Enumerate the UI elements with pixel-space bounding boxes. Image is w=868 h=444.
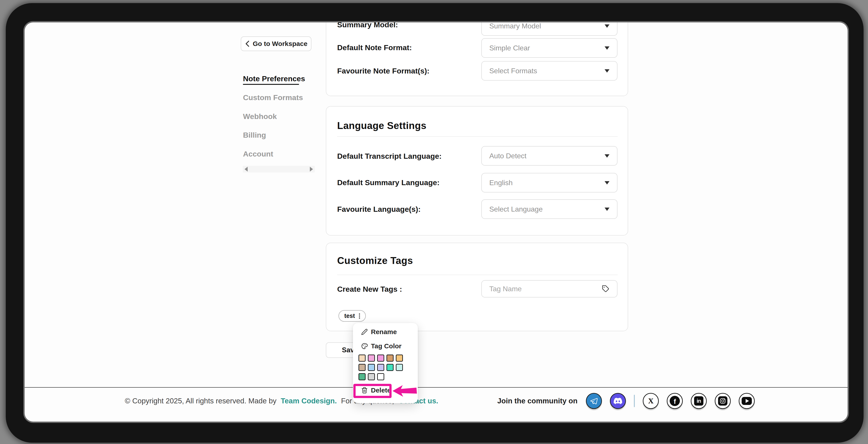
color-swatch[interactable]	[359, 354, 366, 362]
scroll-right-arrow-icon[interactable]	[310, 167, 313, 171]
rename-label: Rename	[371, 328, 397, 336]
color-swatch[interactable]	[368, 354, 375, 362]
sidebar-item-note-preferences[interactable]: Note Preferences	[243, 74, 305, 84]
note-preferences-card: Summary Model: Summary Model Default Not…	[326, 23, 628, 96]
divider	[337, 275, 618, 275]
tag-name: test	[344, 313, 355, 319]
tag-chip-test[interactable]: test	[339, 310, 366, 322]
summary-model-value: Summary Model	[489, 23, 604, 30]
default-transcript-language-label: Default Transcript Language:	[337, 152, 441, 160]
pencil-icon	[361, 328, 368, 336]
color-swatch[interactable]	[368, 373, 375, 380]
divider	[337, 136, 618, 137]
x-link[interactable]: X	[643, 393, 659, 409]
summary-model-label: Summary Model:	[337, 23, 398, 29]
linkedin-icon: in	[694, 396, 704, 406]
color-swatch[interactable]	[386, 354, 394, 362]
telegram-link[interactable]	[586, 393, 602, 409]
chevron-down-icon	[604, 208, 610, 211]
tag-color-menu-item[interactable]: Tag Color	[361, 342, 402, 350]
tag-color-swatches	[359, 354, 407, 380]
telegram-icon	[590, 397, 598, 405]
favourite-note-formats-dropdown[interactable]: Select Formats	[481, 61, 617, 81]
default-summary-language-value: English	[489, 179, 604, 187]
language-settings-title: Language Settings	[337, 120, 427, 131]
color-swatch[interactable]	[377, 354, 384, 362]
summary-model-dropdown[interactable]: Summary Model	[481, 23, 617, 36]
palette-icon	[361, 342, 368, 350]
default-note-format-value: Simple Clear	[489, 44, 604, 52]
linkedin-link[interactable]: in	[691, 393, 707, 409]
delete-label: Delete	[371, 386, 391, 394]
trash-icon	[361, 386, 368, 394]
chevron-down-icon	[604, 24, 610, 28]
default-note-format-dropdown[interactable]: Simple Clear	[481, 38, 617, 58]
favourite-note-formats-label: Favourite Note Format(s):	[337, 66, 430, 75]
default-summary-language-dropdown[interactable]: English	[481, 173, 617, 192]
instagram-link[interactable]	[715, 393, 731, 409]
sidebar-item-account[interactable]: Account	[243, 149, 273, 159]
footer-icon-divider	[634, 395, 635, 407]
tag-name-input[interactable]	[489, 285, 602, 293]
favourite-languages-dropdown[interactable]: Select Language	[481, 199, 617, 219]
facebook-link[interactable]: f	[667, 393, 683, 409]
youtube-icon	[742, 397, 752, 405]
facebook-icon: f	[670, 396, 680, 406]
settings-page: Go to Workspace Note Preferences Custom …	[25, 23, 847, 421]
desktop-background: Go to Workspace Note Preferences Custom …	[0, 0, 868, 444]
chevron-left-icon	[245, 40, 250, 47]
scroll-left-arrow-icon[interactable]	[245, 167, 248, 171]
language-settings-card: Language Settings Default Transcript Lan…	[326, 106, 628, 235]
tag-options-kebab-icon[interactable]	[358, 313, 361, 319]
tag-context-menu: Rename Tag Color	[353, 323, 418, 403]
chevron-down-icon	[604, 46, 610, 50]
color-swatch[interactable]	[396, 364, 403, 371]
copyright-text: © Copyright 2025, All rights reserved. M…	[125, 397, 277, 405]
favourite-note-formats-value: Select Formats	[489, 67, 604, 75]
chevron-down-icon	[604, 69, 610, 72]
youtube-link[interactable]	[739, 393, 755, 409]
chevron-down-icon	[604, 181, 610, 185]
color-swatch[interactable]	[386, 364, 394, 371]
color-swatch[interactable]	[396, 354, 403, 362]
favourite-languages-label: Favourite Language(s):	[337, 205, 421, 214]
sidebar-item-custom-formats[interactable]: Custom Formats	[243, 93, 303, 102]
footer-divider	[25, 387, 847, 388]
favourite-languages-value: Select Language	[489, 205, 604, 213]
create-new-tags-label: Create New Tags :	[337, 285, 402, 293]
customize-tags-card: Customize Tags Create New Tags : test	[326, 243, 628, 331]
default-transcript-language-dropdown[interactable]: Auto Detect	[481, 146, 617, 166]
instagram-icon	[718, 396, 727, 406]
chevron-down-icon	[604, 154, 610, 158]
default-note-format-label: Default Note Format:	[337, 43, 412, 52]
sidebar-item-billing[interactable]: Billing	[243, 130, 266, 140]
go-to-workspace-label: Go to Workspace	[253, 40, 307, 47]
team-codesign-link[interactable]: Team Codesign.	[281, 397, 337, 405]
footer-community: Join the community on X f	[497, 392, 755, 410]
default-summary-language-label: Default Summary Language:	[337, 178, 439, 187]
community-label: Join the community on	[497, 397, 578, 405]
window-frame: Go to Workspace Note Preferences Custom …	[6, 3, 864, 443]
discord-icon	[614, 398, 622, 404]
delete-menu-item[interactable]: Delete	[361, 386, 391, 394]
x-icon: X	[648, 397, 654, 405]
color-swatch[interactable]	[368, 364, 375, 371]
rename-menu-item[interactable]: Rename	[361, 328, 397, 336]
go-to-workspace-button[interactable]: Go to Workspace	[241, 36, 311, 51]
sidebar-item-webhook[interactable]: Webhook	[243, 112, 277, 121]
color-swatch[interactable]	[359, 364, 366, 371]
annotation-arrow-icon	[393, 385, 417, 397]
color-swatch[interactable]	[359, 373, 366, 380]
customize-tags-title: Customize Tags	[337, 255, 413, 266]
tag-color-label: Tag Color	[371, 342, 402, 350]
default-transcript-language-value: Auto Detect	[489, 152, 604, 160]
active-tab-underline	[243, 84, 299, 85]
discord-link[interactable]	[610, 393, 626, 409]
tag-icon	[602, 285, 610, 293]
color-swatch[interactable]	[377, 364, 384, 371]
sidebar-scrollbar[interactable]	[243, 166, 315, 172]
color-swatch[interactable]	[377, 373, 384, 380]
tag-name-field[interactable]	[481, 280, 617, 297]
